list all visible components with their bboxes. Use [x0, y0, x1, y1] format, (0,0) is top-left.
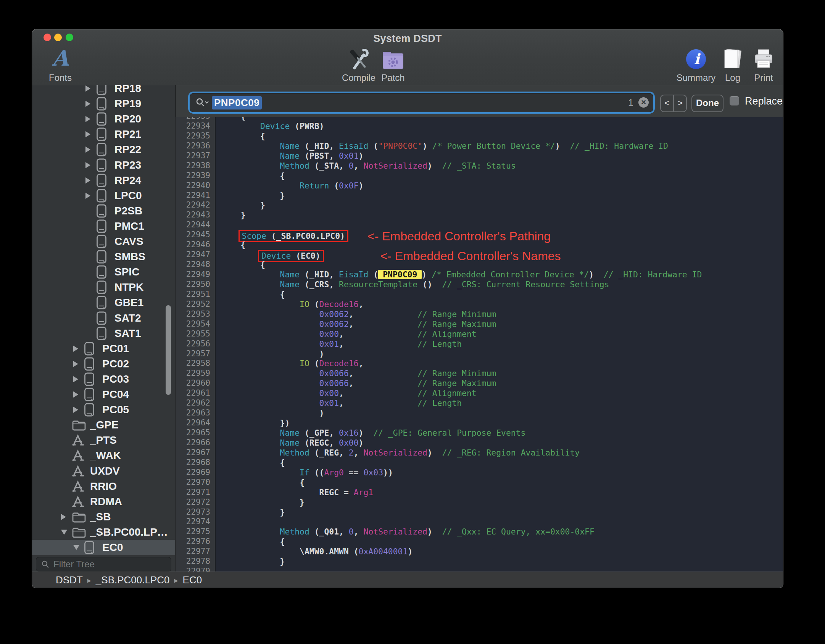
sidebar-item-sat1[interactable]: SAT1 — [32, 326, 175, 341]
replace-checkbox[interactable] — [730, 96, 739, 106]
code-line-22969[interactable]: 22969 If ((Arg0 == 0x03)) — [176, 468, 783, 478]
code-line-22950[interactable]: 22950 Name (_CRS, ResourceTemplate () //… — [176, 280, 783, 290]
sidebar-item-ntpk[interactable]: NTPK — [32, 280, 175, 295]
code-line-22945[interactable]: 22945 Scope (_SB.PC00.LPC0)<- Embedded C… — [176, 230, 783, 240]
breadcrumb-item-dsdt[interactable]: DSDT — [56, 574, 83, 586]
code-line-22958[interactable]: 22958 IO (Decode16, — [176, 359, 783, 369]
sidebar-item-rp20[interactable]: RP20 — [32, 111, 175, 127]
chevron-down-icon[interactable] — [61, 530, 67, 535]
sidebar-item-pc05[interactable]: PC05 — [32, 402, 175, 417]
toolbar-print-button[interactable]: Print — [743, 47, 783, 84]
code-line-22946[interactable]: 22946 { — [176, 240, 783, 250]
code-line-22937[interactable]: 22937 Name (PBST, 0x01) — [176, 151, 783, 161]
done-button[interactable]: Done — [691, 95, 723, 112]
sidebar-item-ec0[interactable]: EC0 — [32, 540, 175, 555]
code-line-22952[interactable]: 22952 IO (Decode16, — [176, 299, 783, 309]
code-line-22939[interactable]: 22939 { — [176, 171, 783, 181]
code-line-22949[interactable]: 22949 Name (_HID, EisaId (PNP0C09) /* Em… — [176, 270, 783, 280]
sidebar-item-rp22[interactable]: RP22 — [32, 142, 175, 157]
sidebar-item-rp23[interactable]: RP23 — [32, 158, 175, 173]
code-line-22974[interactable]: 22974 — [176, 517, 783, 527]
code-line-22951[interactable]: 22951 { — [176, 290, 783, 299]
code-line-22943[interactable]: 22943 } — [176, 210, 783, 220]
code-line-22971[interactable]: 22971 REGC = Arg1 — [176, 488, 783, 497]
sidebar-item-spic[interactable]: SPIC — [32, 264, 175, 280]
sidebar-item-_wak[interactable]: _WAK — [32, 448, 175, 463]
search-icon[interactable] — [196, 98, 209, 108]
code-line-22972[interactable]: 22972 } — [176, 497, 783, 507]
sidebar-item-lpc0[interactable]: LPC0 — [32, 188, 175, 203]
code-line-22975[interactable]: 22975 Method (_Q01, 0, NotSerialized) //… — [176, 527, 783, 537]
code-line-22955[interactable]: 22955 0x00, // Alignment — [176, 329, 783, 339]
code-line-22966[interactable]: 22966 Name (REGC, 0x00) — [176, 438, 783, 448]
code-line-22940[interactable]: 22940 Return (0x0F) — [176, 181, 783, 191]
sidebar-item-rrio[interactable]: RRIO — [32, 479, 175, 494]
code-line-22933[interactable]: 22933 { — [176, 117, 783, 121]
code-line-22968[interactable]: 22968 { — [176, 458, 783, 468]
chevron-right-icon[interactable] — [85, 193, 90, 199]
sidebar-item-rp19[interactable]: RP19 — [32, 96, 175, 111]
breadcrumb-item-scope[interactable]: _SB.PC00.LPC0 — [96, 574, 170, 586]
chevron-right-icon[interactable] — [73, 346, 78, 352]
code-line-22970[interactable]: 22970 { — [176, 478, 783, 488]
sidebar-item-pmc1[interactable]: PMC1 — [32, 219, 175, 234]
code-line-22973[interactable]: 22973 } — [176, 507, 783, 517]
sidebar-scrollbar[interactable] — [166, 305, 171, 395]
code-line-22967[interactable]: 22967 Method (_REG, 2, NotSerialized) //… — [176, 448, 783, 458]
chevron-right-icon[interactable] — [85, 147, 90, 153]
filter-tree-field[interactable] — [36, 557, 171, 572]
code-line-22953[interactable]: 22953 0x0062, // Range Minimum — [176, 309, 783, 319]
code-line-22954[interactable]: 22954 0x0062, // Range Maximum — [176, 319, 783, 329]
chevron-right-icon[interactable] — [85, 116, 90, 122]
sidebar-item-pc02[interactable]: PC02 — [32, 356, 175, 372]
code-line-22976[interactable]: 22976 { — [176, 537, 783, 547]
chevron-right-icon[interactable] — [85, 101, 90, 107]
sidebar-item-pc01[interactable]: PC01 — [32, 341, 175, 356]
sidebar-item-rp18[interactable]: RP18 — [32, 85, 175, 96]
chevron-right-icon[interactable] — [73, 407, 78, 413]
code-line-22942[interactable]: 22942 } — [176, 200, 783, 210]
sidebar-item-sat2[interactable]: SAT2 — [32, 311, 175, 326]
chevron-right-icon[interactable] — [73, 361, 78, 367]
chevron-right-icon[interactable] — [85, 131, 90, 137]
code-line-22957[interactable]: 22957 ) — [176, 349, 783, 359]
code-line-22936[interactable]: 22936 Name (_HID, EisaId ("PNP0C0C") /* … — [176, 141, 783, 151]
chevron-right-icon[interactable] — [85, 85, 90, 92]
code-line-22965[interactable]: 22965 Name (_GPE, 0x16) // _GPE: General… — [176, 428, 783, 438]
chevron-right-icon[interactable] — [73, 376, 78, 382]
code-line-22947[interactable]: 22947 Device (EC0)<- Embedded Controller… — [176, 250, 783, 260]
filter-tree-input[interactable] — [53, 558, 165, 571]
code-line-22960[interactable]: 22960 0x0066, // Range Maximum — [176, 378, 783, 388]
sidebar-item-_sbpc00lp[interactable]: _SB.PC00.LP… — [32, 525, 175, 540]
sidebar-item-smbs[interactable]: SMBS — [32, 249, 175, 264]
code-line-22934[interactable]: 22934 Device (PWRB) — [176, 121, 783, 131]
chevron-down-icon[interactable] — [73, 545, 79, 550]
code-line-22963[interactable]: 22963 ) — [176, 408, 783, 418]
breadcrumb-item-ec0[interactable]: EC0 — [183, 574, 202, 586]
code-line-22956[interactable]: 22956 0x01, // Length — [176, 339, 783, 349]
code-line-22979[interactable]: 22979 — [176, 567, 783, 572]
sidebar-item-pc03[interactable]: PC03 — [32, 372, 175, 387]
chevron-right-icon[interactable] — [61, 514, 66, 520]
sidebar-item-uxdv[interactable]: UXDV — [32, 464, 175, 479]
code-editor[interactable]: 22933 {22934 Device (PWRB)22935 {22936 N… — [176, 117, 783, 572]
code-line-22977[interactable]: 22977 \AMW0.AMWN (0xA0040001) — [176, 547, 783, 557]
code-line-22964[interactable]: 22964 }) — [176, 418, 783, 428]
find-previous-button[interactable]: < — [661, 95, 674, 111]
sidebar-item-rdma[interactable]: RDMA — [32, 494, 175, 509]
chevron-right-icon[interactable] — [85, 162, 90, 168]
chevron-right-icon[interactable] — [73, 391, 78, 398]
code-line-22978[interactable]: 22978 } — [176, 557, 783, 567]
chevron-right-icon[interactable] — [85, 177, 90, 184]
find-next-button[interactable]: > — [674, 95, 686, 111]
search-input[interactable]: PNP0C09 1 ✕ — [190, 93, 653, 112]
clear-search-icon[interactable]: ✕ — [638, 97, 649, 108]
toolbar-summary-button[interactable]: i Summary — [675, 47, 717, 84]
code-line-22959[interactable]: 22959 0x0066, // Range Minimum — [176, 369, 783, 378]
sidebar-item-rp21[interactable]: RP21 — [32, 127, 175, 142]
code-line-22935[interactable]: 22935 { — [176, 131, 783, 141]
toolbar-fonts-button[interactable]: A Fonts — [39, 47, 81, 84]
code-line-22961[interactable]: 22961 0x00, // Alignment — [176, 388, 783, 398]
toolbar-patch-button[interactable]: Patch — [372, 47, 414, 84]
sidebar-item-gbe1[interactable]: GBE1 — [32, 295, 175, 310]
